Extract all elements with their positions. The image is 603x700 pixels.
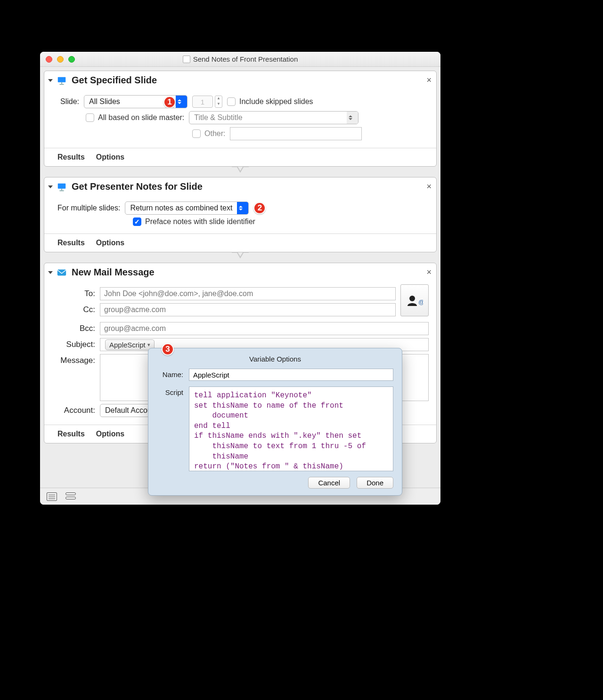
checkbox-icon (227, 97, 236, 106)
popover-title: Variable Options (157, 355, 393, 363)
svg-rect-2 (59, 84, 64, 85)
callout-3: 3 (162, 343, 174, 355)
results-tab[interactable]: Results (57, 430, 85, 438)
workflow-body: Get Specified Slide × Slide: All Slides … (40, 67, 440, 488)
results-tab[interactable]: Results (57, 153, 85, 161)
remove-action-button[interactable]: × (426, 75, 432, 85)
svg-rect-6 (57, 269, 66, 275)
addresses-button[interactable]: @ (400, 284, 429, 316)
include-skipped-checkbox[interactable]: Include skipped slides (227, 97, 313, 106)
action-get-presenter-notes: Get Presenter Notes for Slide × For mult… (44, 177, 437, 252)
remove-action-button[interactable]: × (426, 182, 432, 192)
slide-number-input (192, 96, 213, 108)
script-label: Script (157, 386, 183, 396)
svg-rect-4 (61, 188, 62, 190)
automator-window: Send Notes of Front Presentation Get Spe… (40, 52, 440, 505)
action-footer: Results Options (44, 148, 436, 166)
callout-2: 2 (253, 202, 266, 214)
options-tab[interactable]: Options (96, 239, 124, 247)
svg-text:@: @ (418, 298, 423, 306)
svg-rect-3 (58, 183, 66, 188)
cc-label: Cc: (54, 305, 95, 314)
svg-rect-1 (61, 82, 62, 84)
done-button[interactable]: Done (357, 477, 393, 489)
callout-1: 1 (163, 96, 176, 108)
message-label: Message: (54, 354, 95, 365)
disclosure-triangle-icon[interactable] (48, 185, 53, 188)
name-label: Name: (157, 369, 183, 378)
remove-action-button[interactable]: × (426, 267, 432, 277)
chevron-updown-icon (176, 96, 187, 108)
results-tab[interactable]: Results (57, 239, 85, 247)
checkbox-icon (86, 113, 94, 122)
variable-name-input[interactable] (189, 369, 393, 381)
action-title: Get Specified Slide (72, 75, 157, 86)
slide-master-select[interactable]: Title & Subtitle (189, 111, 359, 124)
svg-point-8 (409, 296, 415, 301)
chevron-down-icon: ▾ (147, 342, 150, 348)
cancel-button[interactable]: Cancel (308, 477, 350, 489)
connector-icon (232, 252, 249, 261)
action-title: New Mail Message (72, 267, 155, 278)
cc-input[interactable] (100, 303, 396, 316)
slide-master-checkbox[interactable]: All based on slide master: (86, 113, 184, 122)
connector-icon (232, 166, 249, 176)
subject-label: Subject: (54, 340, 95, 349)
window-title: Send Notes of Front Presentation (40, 55, 440, 63)
svg-rect-5 (59, 190, 64, 191)
keynote-icon (57, 75, 67, 86)
action-new-mail-message: New Mail Message × To: Cc: @ Bcc: (44, 263, 437, 443)
to-label: To: (54, 289, 95, 298)
to-input[interactable] (100, 287, 396, 300)
keynote-icon (57, 182, 67, 192)
for-multiple-label: For multiple slides: (57, 204, 120, 212)
log-view-icon[interactable] (47, 492, 57, 501)
disclosure-triangle-icon[interactable] (48, 79, 53, 82)
mail-icon (57, 267, 67, 278)
checkbox-checked-icon (133, 217, 141, 226)
other-checkbox[interactable]: Other: (192, 129, 225, 138)
slide-label: Slide: (57, 97, 79, 106)
chevron-updown-icon (237, 202, 248, 214)
action-get-specified-slide: Get Specified Slide × Slide: All Slides … (44, 71, 437, 167)
options-tab[interactable]: Options (96, 153, 124, 161)
disclosure-triangle-icon[interactable] (48, 271, 53, 274)
stepper-arrows-icon[interactable]: ▲▼ (215, 96, 222, 108)
slide-select[interactable]: All Slides 1 (84, 95, 187, 108)
subject-variable-token[interactable]: AppleScript ▾ (105, 339, 155, 350)
action-title: Get Presenter Notes for Slide (72, 181, 203, 192)
slide-number-stepper[interactable]: ▲▼ (192, 96, 222, 108)
script-textarea[interactable]: tell application "Keynote" set thisName … (189, 386, 393, 471)
chevron-updown-icon (347, 112, 358, 124)
account-label: Account: (54, 406, 95, 415)
window-title-text: Send Notes of Front Presentation (193, 55, 298, 63)
document-icon (183, 56, 190, 63)
notes-mode-select[interactable]: Return notes as combined text (125, 201, 249, 215)
preface-notes-checkbox[interactable]: Preface notes with slide identifier (133, 217, 255, 226)
bcc-label: Bcc: (54, 324, 95, 333)
other-input (230, 127, 362, 140)
svg-rect-0 (58, 77, 66, 82)
variable-options-popover: Variable Options Name: Script tell appli… (148, 348, 402, 496)
checkbox-icon (192, 129, 201, 138)
options-tab[interactable]: Options (96, 430, 124, 438)
titlebar: Send Notes of Front Presentation (40, 52, 440, 67)
variables-view-icon[interactable] (65, 492, 76, 501)
bcc-input[interactable] (100, 322, 429, 335)
action-header: Get Specified Slide × (44, 71, 436, 89)
